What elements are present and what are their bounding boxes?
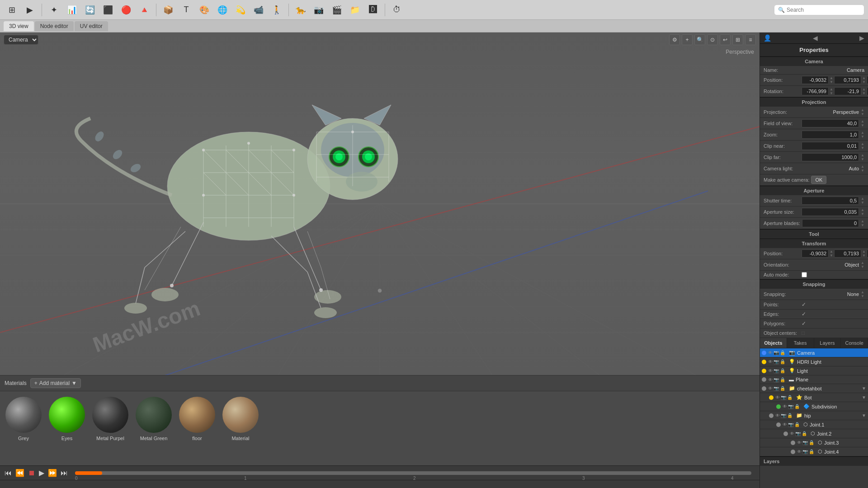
material-item-3[interactable]: Metal Green (136, 397, 172, 460)
tree-item-5[interactable]: 👁 📷 🔒 ⭐Bot▼ (760, 393, 868, 402)
rot-x-input[interactable] (802, 87, 829, 95)
timeline-bar[interactable]: 0 1 2 3 4 (75, 471, 751, 475)
tree-cam-2[interactable]: 📷 (774, 368, 779, 373)
tl-start-btn[interactable]: ⏮ (5, 469, 12, 477)
text-btn[interactable]: T (178, 2, 194, 18)
deform-btn[interactable]: 🅳 (365, 2, 381, 18)
paint-btn[interactable]: 🎨 (196, 2, 212, 18)
figure-btn[interactable]: 🚶 (269, 2, 285, 18)
tree-item-1[interactable]: 👁 📷 🔒 💡HDRI Light (760, 357, 868, 366)
tree-lock-2[interactable]: 🔒 (780, 368, 785, 373)
settings-btn[interactable]: ⚙ (669, 34, 680, 45)
search-vp-btn[interactable]: 🔍 (694, 34, 705, 45)
tab-takes[interactable]: Takes (787, 338, 814, 348)
name-value[interactable]: Camera (802, 67, 864, 73)
prop-nav-icon-left[interactable]: ◀ (813, 34, 818, 42)
tree-lock-1[interactable]: 🔒 (780, 359, 785, 364)
tree-cam-7[interactable]: 📷 (781, 413, 786, 418)
tree-item-6[interactable]: 👁 📷 🔒 🔷Subdivision (760, 402, 868, 411)
object-btn[interactable]: 📦 (160, 2, 176, 18)
make-active-btn[interactable]: OK (811, 176, 826, 184)
tree-lock-6[interactable]: 🔒 (794, 404, 800, 409)
tree-item-7[interactable]: 👁 📷 🔒 📁hip▼ (760, 411, 868, 420)
tab-node-editor[interactable]: Node editor (35, 21, 74, 31)
rotate-tool-btn[interactable]: 🔄 (82, 2, 98, 18)
rot-y-arrows[interactable]: ▲▼ (862, 87, 866, 95)
pos-x-input[interactable] (802, 76, 829, 84)
orientation-value[interactable]: Object (802, 262, 859, 267)
clip-near-input[interactable] (802, 142, 859, 150)
zoom-input[interactable] (802, 131, 859, 139)
material-item-0[interactable]: Grey (5, 397, 42, 460)
undo-vp-btn[interactable]: ↩ (720, 34, 731, 45)
cheetah-btn[interactable]: 🐆 (292, 2, 309, 18)
tree-eye-10[interactable]: 👁 (797, 440, 802, 445)
fov-arrows[interactable]: ▲▼ (861, 119, 864, 127)
tree-eye-2[interactable]: 👁 (768, 368, 773, 373)
cube-btn[interactable]: ⬛ (100, 2, 116, 18)
trans-pos-x-arrows[interactable]: ▲▼ (830, 249, 833, 258)
tree-lock-5[interactable]: 🔒 (787, 395, 793, 400)
tree-item-4[interactable]: 👁 📷 🔒 📁cheetahbot▼ (760, 384, 868, 393)
fov-input[interactable] (802, 119, 859, 127)
shutter-arrows[interactable]: ▲▼ (861, 197, 864, 205)
tree-item-8[interactable]: 👁 📷 🔒 ⬡Joint.1 (760, 420, 868, 429)
clip-far-input[interactable] (802, 153, 859, 161)
tree-cam-5[interactable]: 📷 (781, 395, 786, 400)
camera-btn3[interactable]: 📷 (311, 2, 327, 18)
material-item-4[interactable]: floor (179, 397, 215, 460)
render-btn[interactable]: 🎬 (329, 2, 345, 18)
tree-cam-6[interactable]: 📷 (788, 404, 793, 409)
toggle-panel-btn[interactable]: ⊞ (4, 2, 20, 18)
move-tool-btn[interactable]: ✦ (46, 2, 62, 18)
env-btn[interactable]: 🌐 (214, 2, 231, 18)
tree-cam-4[interactable]: 📷 (774, 386, 779, 391)
tree-item-9[interactable]: 👁 📷 🔒 ⬡Joint.2 (760, 429, 868, 438)
tree-cam-3[interactable]: 📷 (774, 377, 779, 382)
viewport-3d[interactable]: MacW.com Camera Perspective ⚙ + 🔍 ⊙ ↩ ⊞ … (0, 33, 760, 375)
tree-eye-11[interactable]: 👁 (797, 449, 802, 454)
pos-y-input[interactable] (834, 76, 861, 84)
prop-nav-icon-right[interactable]: ▶ (859, 34, 864, 42)
tree-cam-10[interactable]: 📷 (802, 440, 808, 445)
add-btn[interactable]: + (682, 34, 693, 45)
aperture-size-input[interactable] (802, 208, 859, 216)
grid-btn[interactable]: ⊞ (732, 34, 743, 45)
tree-cam-0[interactable]: 📷 (774, 350, 779, 355)
tree-lock-0[interactable]: 🔒 (780, 350, 785, 355)
scale-tool-btn[interactable]: 📊 (64, 2, 80, 18)
tree-cam-8[interactable]: 📷 (788, 422, 793, 427)
trans-pos-y-arrows[interactable]: ▲▼ (862, 249, 866, 258)
tree-lock-7[interactable]: 🔒 (787, 413, 793, 418)
clip-far-arrows[interactable]: ▲▼ (861, 153, 864, 161)
tl-next-btn[interactable]: ⏩ (48, 469, 57, 477)
collapse-arrow-7[interactable]: ▼ (862, 413, 866, 418)
tree-lock-9[interactable]: 🔒 (802, 431, 807, 436)
fx-btn[interactable]: 💫 (232, 2, 249, 18)
tree-cam-9[interactable]: 📷 (795, 431, 801, 436)
camera-btn2[interactable]: 📹 (250, 2, 267, 18)
tree-item-10[interactable]: 👁 📷 🔒 ⬡Joint.3 (760, 438, 868, 447)
camera-light-arrows[interactable]: ▲▼ (861, 164, 864, 173)
tree-cam-1[interactable]: 📷 (774, 359, 779, 364)
tree-eye-0[interactable]: 👁 (768, 350, 773, 355)
options-btn[interactable]: ≡ (745, 34, 756, 45)
time-btn[interactable]: ⏱ (389, 2, 405, 18)
aperture-blades-input[interactable] (802, 219, 859, 227)
tree-lock-11[interactable]: 🔒 (809, 449, 814, 454)
orientation-arrows[interactable]: ▲▼ (861, 261, 864, 269)
snapping-arrows[interactable]: ▲▼ (861, 290, 864, 298)
sphere-btn[interactable]: 🔴 (118, 2, 134, 18)
snapping-value[interactable]: None (802, 291, 859, 297)
material-item-5[interactable]: Material (222, 397, 259, 460)
trans-pos-y-input[interactable] (834, 249, 861, 258)
rot-y-input[interactable] (834, 87, 861, 95)
pos-x-arrows[interactable]: ▲▼ (830, 76, 833, 84)
tree-eye-9[interactable]: 👁 (790, 431, 794, 436)
add-material-button[interactable]: + Add material ▼ (30, 378, 81, 388)
tree-eye-4[interactable]: 👁 (768, 386, 773, 391)
tree-item-0[interactable]: 👁 📷 🔒 📷Camera (760, 348, 868, 357)
tl-stop-btn[interactable]: ⏹ (28, 469, 35, 477)
tree-lock-4[interactable]: 🔒 (780, 386, 785, 391)
tree-lock-8[interactable]: 🔒 (794, 422, 800, 427)
